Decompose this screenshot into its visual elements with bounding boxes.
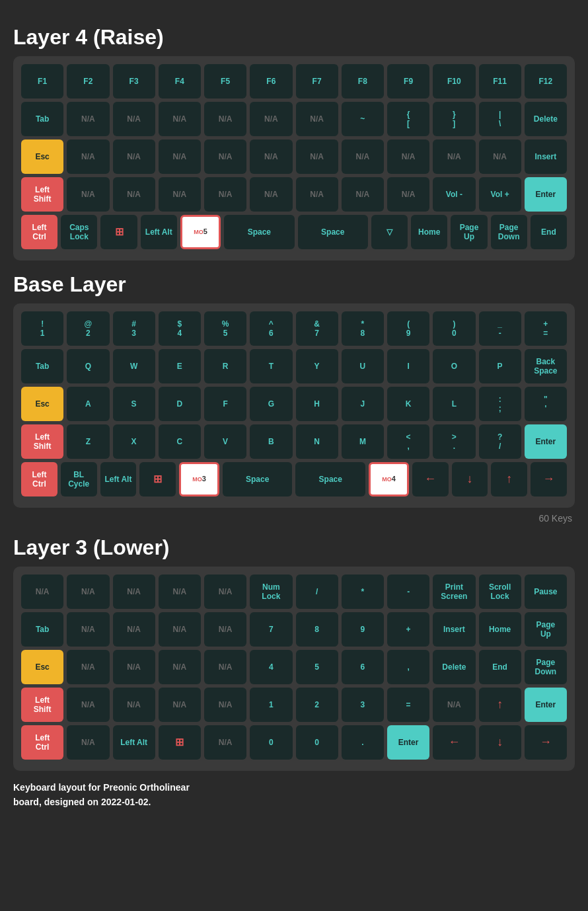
- key-kp-6[interactable]: 6: [342, 650, 384, 684]
- key-n[interactable]: N: [296, 424, 338, 459]
- key-c[interactable]: C: [159, 424, 201, 459]
- key-l[interactable]: L: [433, 387, 475, 421]
- key-kp-4[interactable]: 4: [250, 650, 292, 684]
- key-excl-1[interactable]: !1: [21, 311, 63, 346]
- key-f5[interactable]: F5: [204, 64, 246, 99]
- key-f3[interactable]: F3: [113, 64, 155, 99]
- key-m[interactable]: M: [342, 424, 384, 459]
- key-home-l3[interactable]: Home: [479, 612, 521, 647]
- key-right-arrow[interactable]: →: [531, 462, 567, 496]
- key-f[interactable]: F: [204, 387, 246, 421]
- key-tilde[interactable]: ~: [342, 102, 384, 136]
- key-slash-question[interactable]: ?/: [479, 424, 521, 459]
- key-rparen-0[interactable]: )0: [433, 311, 475, 346]
- key-left-arrow[interactable]: ←: [412, 462, 449, 496]
- key-quote-dquote[interactable]: "': [525, 387, 567, 421]
- key-enter[interactable]: Enter: [525, 177, 567, 212]
- key-left-ctrl-base[interactable]: LeftCtrl: [21, 462, 57, 496]
- key-lparen-9[interactable]: (9: [387, 311, 429, 346]
- key-print-screen[interactable]: PrintScreen: [433, 574, 475, 609]
- key-home[interactable]: Home: [411, 215, 447, 249]
- key-hash-3[interactable]: #3: [113, 311, 155, 346]
- key-up-l3[interactable]: ↑: [479, 688, 521, 722]
- key-tab[interactable]: Tab: [21, 349, 63, 383]
- key-numlock[interactable]: NumLock: [250, 574, 292, 609]
- key-g[interactable]: G: [250, 387, 292, 421]
- key-k[interactable]: K: [387, 387, 429, 421]
- key-vol-minus[interactable]: Vol -: [433, 177, 475, 212]
- key-left-ctrl-l3[interactable]: LeftCtrl: [21, 725, 63, 760]
- key-j[interactable]: J: [342, 387, 384, 421]
- key-f1[interactable]: F1: [21, 64, 63, 99]
- key-pagedown-l3[interactable]: PageDown: [525, 650, 567, 684]
- key-win-l3[interactable]: ⊞: [159, 725, 201, 760]
- key-left-shift-l3[interactable]: LeftShift: [21, 688, 63, 722]
- key-kp-slash[interactable]: /: [296, 574, 338, 609]
- key-end-l3[interactable]: End: [479, 650, 521, 684]
- key-kp-star[interactable]: *: [342, 574, 384, 609]
- key-f11[interactable]: F11: [479, 64, 521, 99]
- key-esc-base[interactable]: Esc: [21, 387, 63, 421]
- key-t[interactable]: T: [250, 349, 292, 383]
- key-enter-base[interactable]: Enter: [525, 424, 567, 459]
- key-space1[interactable]: Space: [224, 215, 294, 249]
- key-space-base2[interactable]: Space: [295, 462, 365, 496]
- key-f7[interactable]: F7: [296, 64, 338, 99]
- key-z[interactable]: Z: [67, 424, 109, 459]
- key-plus-equals[interactable]: +=: [525, 311, 567, 346]
- key-caps-lock[interactable]: CapsLock: [61, 215, 97, 249]
- key-dollar-4[interactable]: $4: [159, 311, 201, 346]
- key-left-ctrl[interactable]: LeftCtrl: [21, 215, 57, 249]
- key-kp-dot[interactable]: .: [342, 725, 384, 760]
- key-kp-equals[interactable]: =: [387, 688, 429, 722]
- key-scroll-lock[interactable]: ScrollLock: [479, 574, 521, 609]
- key-win[interactable]: ⊞: [100, 215, 137, 249]
- key-right-l3[interactable]: →: [525, 725, 567, 760]
- key-down-arrow[interactable]: ↓: [452, 462, 488, 496]
- key-f9[interactable]: F9: [387, 64, 429, 99]
- key-i[interactable]: I: [387, 349, 429, 383]
- key-enter-l3[interactable]: Enter: [525, 688, 567, 722]
- key-f6[interactable]: F6: [250, 64, 292, 99]
- key-kp-8[interactable]: 8: [296, 612, 338, 647]
- key-kp-2[interactable]: 2: [296, 688, 338, 722]
- key-kp-3[interactable]: 3: [342, 688, 384, 722]
- key-w[interactable]: W: [113, 349, 155, 383]
- key-caret-6[interactable]: ^6: [250, 311, 292, 346]
- key-a[interactable]: A: [67, 387, 109, 421]
- key-space2[interactable]: Space: [298, 215, 368, 249]
- key-pause[interactable]: Pause: [525, 574, 567, 609]
- key-left-shift-base[interactable]: LeftShift: [21, 424, 63, 459]
- key-at-2[interactable]: @2: [67, 311, 109, 346]
- key-left-alt-base[interactable]: Left Alt: [100, 462, 137, 496]
- key-bracket-close[interactable]: }]: [433, 102, 475, 136]
- key-left-alt-l3[interactable]: Left Alt: [113, 725, 155, 760]
- key-esc-l3[interactable]: Esc: [21, 650, 63, 684]
- key-space-base1[interactable]: Space: [223, 462, 293, 496]
- key-pageup-l3[interactable]: PageUp: [525, 612, 567, 647]
- key-kp-5[interactable]: 5: [296, 650, 338, 684]
- key-left-alt[interactable]: Left Alt: [141, 215, 177, 249]
- key-left-l3[interactable]: ←: [433, 725, 475, 760]
- key-kp-9[interactable]: 9: [342, 612, 384, 647]
- key-page-down[interactable]: PageDown: [491, 215, 527, 249]
- key-end[interactable]: End: [531, 215, 567, 249]
- key-percent-5[interactable]: %5: [204, 311, 246, 346]
- key-amp-7[interactable]: &7: [296, 311, 338, 346]
- key-left-shift[interactable]: LeftShift: [21, 177, 63, 212]
- key-s[interactable]: S: [113, 387, 155, 421]
- key-f8[interactable]: F8: [342, 64, 384, 99]
- key-v[interactable]: V: [204, 424, 246, 459]
- key-insert[interactable]: Insert: [525, 139, 567, 174]
- key-page-up[interactable]: PageUp: [451, 215, 487, 249]
- key-x[interactable]: X: [113, 424, 155, 459]
- key-r[interactable]: R: [204, 349, 246, 383]
- key-kp-0b[interactable]: 0: [296, 725, 338, 760]
- key-insert-l3[interactable]: Insert: [433, 612, 475, 647]
- key-win-base[interactable]: ⊞: [139, 462, 176, 496]
- key-u[interactable]: U: [342, 349, 384, 383]
- key-y[interactable]: Y: [296, 349, 338, 383]
- key-tab-l3[interactable]: Tab: [21, 612, 63, 647]
- key-star-8[interactable]: *8: [342, 311, 384, 346]
- key-q[interactable]: Q: [67, 349, 109, 383]
